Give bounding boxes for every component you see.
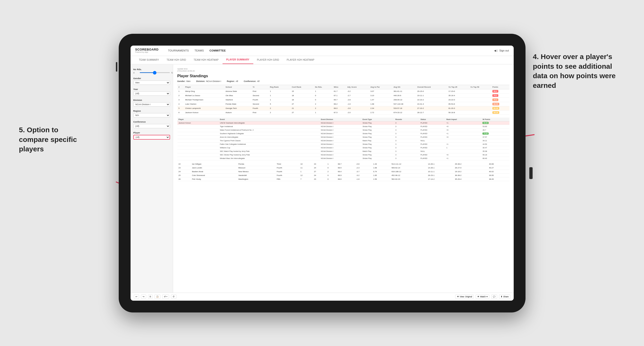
col-no-rds: No Rds. bbox=[314, 85, 332, 89]
col-school: School bbox=[224, 85, 252, 89]
sidebar-division: Division NCAA Division I bbox=[134, 99, 170, 107]
conference-filter-label: Conference: bbox=[244, 80, 256, 82]
event-row[interactable]: Williams Cup NCAA Division I Stroke Play… bbox=[178, 146, 510, 150]
table-row[interactable]: 2 Michael La Sasso Ole Miss Second 1 18 … bbox=[178, 93, 510, 98]
event-row[interactable]: SEC Stroke Play hosted by Jerry Pate NCA… bbox=[178, 153, 510, 157]
division-label: Division bbox=[134, 99, 170, 101]
view-label: View: Original bbox=[460, 296, 472, 298]
region-label: Region bbox=[134, 110, 170, 112]
table-row[interactable]: 26 Petr Hruby Washington Fifth 7 23 0 68… bbox=[178, 177, 510, 181]
nav-bar: SCOREBOARD Powered by clippi TOURNAMENTS… bbox=[130, 46, 514, 56]
nav-separator: ◀ | bbox=[494, 49, 497, 52]
nav-committee[interactable]: COMMITTEE bbox=[210, 48, 226, 53]
event-row[interactable]: Southern Highlands Collegiate NCAA Divis… bbox=[178, 132, 510, 135]
division-filter: Division: NCAA Division I bbox=[196, 80, 221, 82]
table-row[interactable]: 22 Ian Gilligan Florida Third 10 24 1 68… bbox=[178, 162, 510, 166]
refresh-button[interactable]: ↺ + bbox=[162, 295, 169, 299]
col-overall: Overall Record bbox=[416, 85, 447, 89]
col-player: Player bbox=[184, 85, 224, 89]
watch-button[interactable]: 👁 Watch ▾ bbox=[476, 295, 489, 299]
tab-team-h2h-heatmap[interactable]: TEAM H2H HEATMAP bbox=[190, 56, 222, 64]
w-points-badge: 60.64 bbox=[482, 122, 488, 124]
tab-player-summary[interactable]: PLAYER SUMMARY bbox=[222, 56, 253, 64]
table-row[interactable]: 6 Jackson Koivun Auburn First 2 27 1 87.… bbox=[178, 110, 510, 115]
event-row[interactable]: Wake Forest Invitational at Pinehurst No… bbox=[178, 128, 510, 132]
clock-button[interactable]: ⏱ bbox=[171, 295, 176, 299]
event-row[interactable]: SEC Match Play hosted by Jerry Pate NCAA… bbox=[178, 150, 510, 153]
table-row[interactable]: 25 Cole Sherwood Vanderbilt Fourth 12 24… bbox=[178, 173, 510, 177]
conference-label: Conference bbox=[134, 121, 170, 123]
paste-button[interactable]: 📋 bbox=[154, 295, 160, 299]
w-points-badge-2: 73.33 bbox=[482, 133, 488, 135]
event-subtable: Player Event Event Division Event Type R… bbox=[178, 118, 510, 160]
table-row-highlighted[interactable]: 5 Christo Lamprecht Georgia Tech Fourth … bbox=[178, 106, 510, 110]
event-row[interactable]: Jackson Koivun UNCW Seahawk Intercollegi… bbox=[178, 121, 510, 125]
sidebar-conference: Conference (All) bbox=[134, 121, 170, 128]
standings-table: # Player School Yr Reg Rank Conf Rank No… bbox=[178, 85, 510, 115]
nav-tournaments[interactable]: TOURNAMENTS bbox=[168, 48, 189, 53]
col-yr: Yr bbox=[252, 85, 269, 89]
rds-from-val: 4 bbox=[134, 72, 138, 74]
event-row[interactable]: The Cypress Point Classic NCAA Division … bbox=[178, 139, 510, 142]
nav-right: ◀ | Sign out bbox=[494, 49, 509, 52]
gender-filter-value: Men bbox=[186, 80, 190, 82]
event-row[interactable]: Fallen Oak Collegiate Invitational NCAA … bbox=[178, 142, 510, 146]
copy-button[interactable]: ⎘ bbox=[148, 295, 152, 299]
year-select[interactable]: (All) bbox=[134, 91, 170, 96]
sidebar-gender: Gender Men Women bbox=[134, 77, 170, 85]
table-row[interactable]: 4 Luke Clanton Florida State Second 5 27… bbox=[178, 102, 510, 106]
table-row[interactable]: 3 Michael Thorbjornsen Stanford Fourth 1… bbox=[178, 98, 510, 102]
points-badge-3: 70.2 bbox=[492, 99, 498, 101]
tablet-screen: SCOREBOARD Powered by clippi TOURNAMENTS… bbox=[130, 46, 514, 301]
view-icon: 👁 bbox=[457, 296, 459, 298]
player-select[interactable]: (All) bbox=[134, 135, 170, 140]
app-subtitle: Powered by clippi bbox=[135, 51, 159, 53]
rds-to-val: 52 bbox=[172, 72, 173, 74]
gender-filter-label: Gender: bbox=[178, 80, 186, 82]
points-badge-2: 76.3 bbox=[492, 94, 498, 97]
col-wins: Wins bbox=[332, 85, 346, 89]
tab-player-h2h-grid[interactable]: PLAYER H2H GRID bbox=[253, 56, 283, 64]
col-adj-score: Adj. Score bbox=[346, 85, 370, 89]
col-avg-sg: Avg SG bbox=[392, 85, 416, 89]
share-label: Share bbox=[503, 296, 509, 298]
chevron-down-icon: ▾ bbox=[486, 296, 488, 298]
app-title: SCOREBOARD bbox=[135, 48, 159, 51]
lower-standings-table: 22 Ian Gilligan Florida Third 10 24 1 68… bbox=[178, 162, 510, 181]
tab-team-h2h-grid[interactable]: TEAM H2H GRID bbox=[163, 56, 190, 64]
undo-button[interactable]: ↩ bbox=[134, 295, 139, 299]
nav-teams[interactable]: TEAMS bbox=[194, 48, 204, 53]
share-button[interactable]: ⬆ Share bbox=[499, 295, 510, 299]
division-select[interactable]: NCAA Division I bbox=[134, 102, 170, 107]
table-row[interactable]: 23 Jack Lundin Missouri Fourth 11 24 0 6… bbox=[178, 166, 510, 170]
region-select[interactable]: N/A bbox=[134, 113, 170, 117]
sign-out-button[interactable]: Sign out bbox=[499, 49, 509, 52]
tab-player-h2h-heatmap[interactable]: PLAYER H2H HEATMAP bbox=[283, 56, 318, 64]
tab-team-summary[interactable]: TEAM SUMMARY bbox=[135, 56, 163, 64]
power-button bbox=[116, 62, 117, 72]
player-label: Player bbox=[134, 132, 170, 134]
event-header-row: Player Event Event Division Event Type R… bbox=[178, 118, 510, 121]
event-row[interactable]: Amer An Intercollegiate NCAA Division I … bbox=[178, 135, 510, 139]
standings-area: Update time: 27/01/2024 16:56:26 Player … bbox=[173, 64, 514, 293]
bottom-toolbar: ↩ ↪ ⎘ 📋 ↺ + ⏱ 👁 View: Original 👁 Watch ▾… bbox=[130, 293, 514, 301]
redo-button[interactable]: ↪ bbox=[141, 295, 146, 299]
gender-select[interactable]: Men Women bbox=[134, 81, 170, 85]
division-filter-label: Division: bbox=[196, 80, 205, 82]
main-content: No Rds. 4 52 Gender Men Women bbox=[130, 64, 514, 293]
table-row[interactable]: 1 Wenyi Ding Arizona State First 1 15 1 … bbox=[178, 89, 510, 93]
event-row[interactable]: Tiger Invitational NCAA Division I Strok… bbox=[178, 125, 510, 128]
table-row[interactable]: 24 Bastien Amat New Mexico Fourth 1 27 2… bbox=[178, 170, 510, 173]
conference-select[interactable]: (All) bbox=[134, 124, 170, 128]
points-badge-6: 58.18 bbox=[492, 111, 499, 114]
comment-button[interactable]: 💬 bbox=[491, 295, 497, 299]
annotation-4: 4. Hover over a player's points to see a… bbox=[533, 52, 623, 90]
col-conf-rank: Conf Rank bbox=[291, 85, 314, 89]
share-icon: ⬆ bbox=[501, 296, 502, 298]
gender-filter: Gender: Men bbox=[178, 80, 190, 82]
region-filter-label: Region: bbox=[227, 80, 235, 82]
home-button bbox=[529, 167, 532, 179]
rds-slider[interactable] bbox=[140, 72, 170, 73]
event-row[interactable]: Mirabel Maui Jim Intercollegiate NCAA Di… bbox=[178, 157, 510, 160]
view-original-button[interactable]: 👁 View: Original bbox=[455, 295, 474, 299]
